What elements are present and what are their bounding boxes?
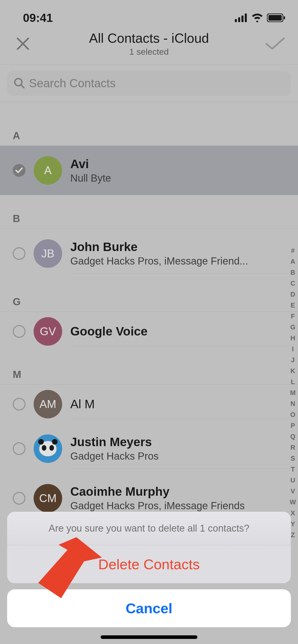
index-letter[interactable]: L [290, 378, 296, 389]
contact-row-gvoice[interactable]: GV Google Voice [0, 312, 298, 351]
svg-rect-5 [268, 15, 282, 21]
svg-rect-2 [241, 16, 243, 22]
status-time: 09:41 [23, 11, 53, 25]
contact-detail: Gadget Hacks Pros [70, 450, 291, 462]
index-letter[interactable]: U [290, 476, 296, 487]
index-letter[interactable]: # [290, 247, 296, 258]
contact-name: Justin Meyers [70, 435, 291, 449]
nav-header: All Contacts - iCloud 1 selected [0, 31, 298, 65]
svg-rect-1 [238, 17, 240, 22]
avatar-initial: AM [39, 398, 56, 411]
annotation-arrow-icon [15, 532, 102, 603]
avatar-initial: A [44, 164, 51, 177]
status-bar: 09:41 [0, 0, 298, 31]
check-icon [15, 167, 23, 173]
section-header-b: B [0, 195, 298, 229]
avatar: CM [34, 484, 62, 513]
contact-name: Google Voice [70, 324, 291, 338]
row-checkbox[interactable] [13, 398, 25, 411]
contact-detail: Gadget Hacks Pros, iMessage Friends [70, 500, 291, 511]
index-letter[interactable]: H [290, 334, 296, 345]
confirm-button[interactable] [265, 36, 285, 51]
row-checkbox-checked[interactable] [13, 164, 25, 177]
contact-text: Google Voice [70, 316, 291, 346]
home-indicator[interactable] [101, 635, 197, 639]
contact-text: Justin Meyers Gadget Hacks Pros [70, 428, 291, 469]
contact-text: Al M [70, 389, 291, 419]
section-header-m: M [0, 351, 298, 385]
index-letter[interactable]: S [290, 455, 296, 465]
section-header-g: G [0, 278, 298, 312]
avatar-initial: JB [41, 247, 54, 260]
alpha-index-bar[interactable]: #ABCDEFGHIJKLMNOPQRSTUVWXYZ [290, 247, 296, 542]
svg-marker-9 [38, 537, 102, 598]
battery-icon [267, 13, 285, 22]
contact-row-avi[interactable]: A Avi Null Byte [0, 146, 298, 195]
row-checkbox[interactable] [13, 247, 25, 260]
contact-row-meyers[interactable]: Justin Meyers Gadget Hacks Pros [0, 424, 298, 473]
index-letter[interactable]: R [290, 444, 296, 455]
contact-name: Caoimhe Murphy [70, 485, 291, 499]
index-letter[interactable]: E [290, 301, 296, 312]
index-letter[interactable]: C [290, 280, 296, 290]
avatar: JB [34, 239, 62, 268]
contact-text: John Burke Gadget Hacks Pros, iMessage F… [70, 233, 291, 274]
avatar-initial: CM [39, 492, 57, 505]
svg-rect-6 [284, 16, 285, 19]
svg-rect-3 [245, 13, 247, 22]
nav-title-block: All Contacts - iCloud 1 selected [33, 31, 265, 57]
row-checkbox[interactable] [13, 492, 25, 505]
contact-name: Al M [70, 397, 291, 411]
avatar: A [34, 156, 62, 185]
wifi-icon [251, 13, 263, 22]
contact-detail: Gadget Hacks Pros, iMessage Friend... [70, 255, 291, 267]
contact-name: Avi [70, 157, 291, 171]
index-letter[interactable]: J [290, 356, 296, 367]
svg-rect-0 [235, 19, 237, 22]
index-letter[interactable]: O [290, 411, 296, 422]
contact-text: Avi Null Byte [70, 150, 291, 191]
avatar-initial: GV [40, 325, 56, 338]
section-header-a: A [0, 102, 298, 146]
index-letter[interactable]: I [290, 345, 296, 356]
index-letter[interactable]: N [290, 400, 296, 411]
search-input[interactable]: Search Contacts [7, 71, 291, 96]
index-letter[interactable]: P [290, 422, 296, 433]
index-letter[interactable]: K [290, 367, 296, 378]
svg-line-8 [21, 85, 24, 88]
cellular-icon [235, 13, 248, 22]
index-letter[interactable]: G [290, 323, 296, 334]
index-letter[interactable]: V [290, 487, 296, 498]
contact-detail: Null Byte [70, 172, 291, 184]
row-checkbox[interactable] [13, 325, 25, 338]
avatar: AM [34, 390, 62, 418]
row-checkbox[interactable] [13, 442, 25, 455]
contact-row-burke[interactable]: JB John Burke Gadget Hacks Pros, iMessag… [0, 229, 298, 278]
index-letter[interactable]: T [290, 465, 296, 476]
panda-avatar-icon [39, 441, 57, 456]
close-button[interactable] [13, 37, 33, 51]
index-letter[interactable]: A [290, 258, 296, 269]
checkmark-icon [265, 36, 285, 51]
index-letter[interactable]: F [290, 312, 296, 323]
status-icons [235, 13, 285, 22]
avatar: GV [34, 317, 62, 346]
index-letter[interactable]: M [290, 389, 296, 400]
search-container: Search Contacts [0, 65, 298, 102]
page-title: All Contacts - iCloud [33, 31, 265, 46]
index-letter[interactable]: Q [290, 433, 296, 444]
contact-name: John Burke [70, 240, 291, 254]
contact-row-alm[interactable]: AM Al M [0, 385, 298, 424]
index-letter[interactable]: D [290, 290, 296, 301]
index-letter[interactable]: W [290, 498, 296, 509]
search-icon [14, 78, 25, 89]
index-letter[interactable]: B [290, 269, 296, 280]
close-icon [16, 37, 30, 51]
search-placeholder: Search Contacts [29, 76, 116, 90]
avatar [34, 434, 62, 463]
selection-count: 1 selected [33, 47, 265, 57]
